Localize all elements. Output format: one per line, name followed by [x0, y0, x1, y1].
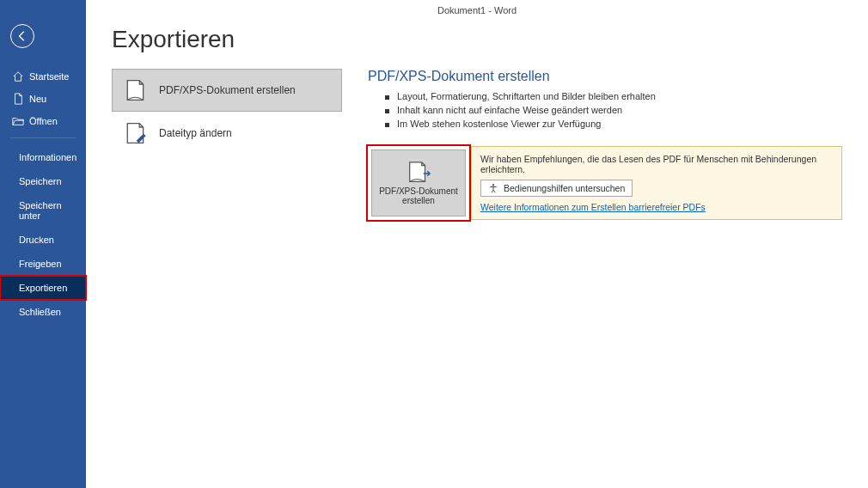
- investigate-accessibility-button[interactable]: Bedienungshilfen untersuchen: [480, 180, 633, 197]
- action-row: PDF/XPS-Dokument erstellen Wir haben Emp…: [368, 146, 842, 220]
- nav-close[interactable]: Schließen: [0, 300, 86, 324]
- nav-open[interactable]: Öffnen: [0, 110, 86, 132]
- nav-print[interactable]: Drucken: [0, 228, 86, 252]
- export-detail-pane: PDF/XPS-Dokument erstellen Layout, Forma…: [368, 69, 842, 220]
- detail-title: PDF/XPS-Dokument erstellen: [368, 69, 842, 84]
- nav-share[interactable]: Freigeben: [0, 252, 86, 276]
- nav-save[interactable]: Speichern: [0, 169, 86, 193]
- nav-export[interactable]: Exportieren: [0, 276, 86, 300]
- investigate-accessibility-label: Bedienungshilfen untersuchen: [504, 183, 625, 193]
- back-arrow-icon: [16, 30, 28, 42]
- nav-new-label: Neu: [29, 94, 46, 104]
- main-content: Dokument1 - Word Exportieren PDF/XPS-Dok…: [86, 0, 868, 488]
- nav-new[interactable]: Neu: [0, 88, 86, 110]
- option-create-pdf-xps[interactable]: PDF/XPS-Dokument erstellen: [112, 69, 342, 112]
- nav-separator: [10, 137, 76, 138]
- accessibility-info-box: Wir haben Empfehlungen, die das Lesen de…: [471, 146, 842, 220]
- option-change-file-type-label: Dateityp ändern: [159, 127, 232, 139]
- nav-info[interactable]: Informationen: [0, 145, 86, 169]
- bullet-item: Layout, Formatierung, Schriftarten und B…: [385, 89, 842, 103]
- detail-bullets: Layout, Formatierung, Schriftarten und B…: [385, 89, 842, 131]
- nav-save-as[interactable]: Speichern unter: [0, 193, 86, 228]
- nav-home-label: Startseite: [29, 71, 69, 82]
- accessible-pdf-link[interactable]: Weitere Informationen zum Erstellen barr…: [480, 202, 833, 212]
- page-title: Exportieren: [112, 26, 842, 53]
- bullet-item: Inhalt kann nicht auf einfache Weise geä…: [385, 103, 842, 117]
- open-folder-icon: [12, 115, 24, 127]
- pdf-page-icon: [123, 78, 147, 102]
- export-option-list: PDF/XPS-Dokument erstellen Dateityp ände…: [112, 69, 342, 155]
- option-change-file-type[interactable]: Dateityp ändern: [112, 112, 342, 155]
- create-pdf-xps-button[interactable]: PDF/XPS-Dokument erstellen: [371, 149, 466, 217]
- nav-home[interactable]: Startseite: [0, 65, 86, 88]
- bullet-item: Im Web stehen kostenlose Viewer zur Verf…: [385, 117, 842, 131]
- backstage-sidebar: Startseite Neu Öffnen Informationen Spei…: [0, 0, 86, 488]
- highlight-frame: PDF/XPS-Dokument erstellen: [368, 146, 469, 220]
- create-pdf-xps-button-label: PDF/XPS-Dokument erstellen: [372, 186, 465, 205]
- nav-open-label: Öffnen: [29, 116, 58, 126]
- pdf-export-icon: [406, 161, 431, 183]
- option-create-pdf-xps-label: PDF/XPS-Dokument erstellen: [159, 84, 296, 96]
- new-doc-icon: [12, 93, 24, 105]
- info-text: Wir haben Empfehlungen, die das Lesen de…: [480, 154, 833, 174]
- home-icon: [12, 70, 24, 82]
- accessibility-icon: [488, 183, 498, 193]
- change-file-type-icon: [123, 121, 147, 145]
- svg-point-0: [492, 184, 494, 186]
- window-title: Dokument1 - Word: [86, 5, 868, 15]
- back-button[interactable]: [10, 24, 34, 48]
